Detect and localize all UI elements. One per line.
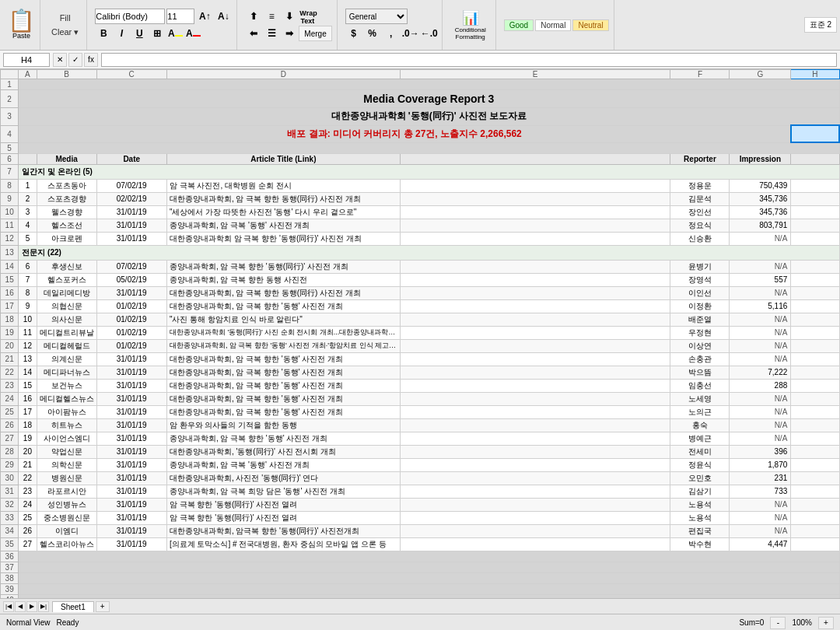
row-num[interactable]: 2: [19, 192, 37, 205]
empty-cell2[interactable]: [400, 260, 670, 273]
media-cell[interactable]: 스포츠경향: [37, 192, 96, 205]
table-row[interactable]: 11 4 헬스조선 31/01/19 종양내과학회, 암 극복 '동행' 사진전…: [1, 219, 840, 232]
extra-cell[interactable]: [791, 260, 839, 273]
sheet-tab-1[interactable]: Sheet1: [52, 601, 94, 612]
table-row[interactable]: 27 19 사이언스엠디 31/01/19 종양내과학회, 암 극복 향한 '동…: [1, 432, 840, 445]
row-num[interactable]: 6: [19, 260, 37, 273]
row-num[interactable]: 4: [19, 219, 37, 232]
empty-cell2[interactable]: [400, 192, 670, 205]
percent-button[interactable]: %: [364, 26, 381, 41]
table-row[interactable]: 9 2 스포츠경향 02/02/19 대한종양내과학회, 암 극복 향한 동행(…: [1, 192, 840, 205]
reporter-cell[interactable]: 신승환: [670, 232, 730, 245]
impression-cell[interactable]: 345,736: [730, 192, 791, 205]
table-row[interactable]: 23 15 보건뉴스 31/01/19 대한종양내과학회, 암 극복 향한 '동…: [1, 379, 840, 392]
media-cell[interactable]: 헬스조선: [37, 219, 96, 232]
date-cell[interactable]: 31/01/19: [96, 219, 166, 232]
row-num[interactable]: 5: [19, 232, 37, 245]
extra-cell[interactable]: [791, 179, 839, 192]
empty-cell2[interactable]: [400, 205, 670, 219]
decrease-decimal-button[interactable]: ←.0: [420, 26, 437, 41]
date-cell[interactable]: 31/01/19: [96, 232, 166, 245]
font-name-input[interactable]: [95, 9, 165, 24]
col-reporter-header[interactable]: [400, 153, 670, 164]
zoom-out-button[interactable]: -: [770, 617, 786, 629]
table-row[interactable]: 29 21 의학신문 31/01/19 종양내과학회, 암 극복 '동행' 사진…: [1, 458, 840, 471]
stats-cell[interactable]: 배포 결과: 미디어 커버리지 총 27건, 노출지수 2,266,562: [19, 125, 791, 142]
media-cell[interactable]: 후생신보: [37, 260, 96, 273]
main-title-cell[interactable]: Media Coverage Report 3: [19, 90, 839, 108]
col-date-header[interactable]: Date: [96, 153, 166, 164]
table-row[interactable]: 15 7 헬스포커스 05/02/19 종양내과학회, 암 극복 향한 동행 사…: [1, 273, 840, 286]
table-row[interactable]: 21 13 의계신문 31/01/19 대한종양내과학회, 암 극복 향한 '동…: [1, 352, 840, 366]
wrap-text-button[interactable]: Wrap Text: [299, 9, 316, 24]
article-cell[interactable]: 대한종양내과학회, 암 극복 향한 동행(同行) 사진전 개최: [166, 192, 400, 205]
extra-cell[interactable]: [791, 232, 839, 245]
sheet-nav-first[interactable]: |◀: [3, 601, 14, 612]
empty-cell2[interactable]: [400, 179, 670, 192]
media-cell[interactable]: 스포츠동아: [37, 179, 96, 192]
font-color-button[interactable]: A: [184, 26, 201, 41]
conditional-formatting-button[interactable]: 📊 Conditional Formatting: [450, 9, 491, 40]
table-row[interactable]: 25 17 아이팜뉴스 31/01/19 대한종양내과학회, 암 극복 향한 '…: [1, 405, 840, 418]
normal-view-label[interactable]: Normal View: [6, 618, 51, 627]
col-header-c[interactable]: C: [96, 70, 166, 79]
style-normal-button[interactable]: Normal: [535, 19, 571, 31]
confirm-formula-button[interactable]: ✓: [68, 53, 82, 67]
extra-cell[interactable]: [791, 219, 839, 232]
impression-cell[interactable]: N/A: [730, 260, 791, 273]
number-format-select[interactable]: General: [345, 9, 408, 24]
table-row[interactable]: 24 16 메디컬헬스뉴스 31/01/19 대한종양내과학회, 암 극복 향한…: [1, 392, 840, 405]
increase-font-button[interactable]: A↑: [196, 9, 213, 24]
empty-cell2[interactable]: [400, 219, 670, 232]
media-cell[interactable]: 아크로펜: [37, 232, 96, 245]
extra-cell[interactable]: [791, 192, 839, 205]
table-row[interactable]: 22 14 메디파너뉴스 31/01/19 대한종양내과학회, 암 극복 향한 …: [1, 366, 840, 379]
style-good-button[interactable]: Good: [504, 19, 534, 31]
table-row[interactable]: 14 6 후생신보 07/02/19 종양내과학회, 암 극복 향한 '동행(同…: [1, 260, 840, 273]
reporter-cell[interactable]: 장인선: [670, 205, 730, 219]
col-media-header[interactable]: Media: [37, 153, 96, 164]
table-row[interactable]: 8 1 스포츠동아 07/02/19 암 극복 사진전, 대학병원 순회 전시 …: [1, 179, 840, 192]
sheet-nav-next[interactable]: ▶: [26, 601, 37, 612]
align-right-button[interactable]: ➡: [281, 26, 298, 41]
fill-button[interactable]: Fill: [48, 12, 82, 24]
align-middle-button[interactable]: ≡: [263, 9, 280, 24]
table-row[interactable]: 20 12 메디컬헤럴드 01/02/19 대한종양내과학회, 암 극복 향한 …: [1, 339, 840, 352]
empty-cell2[interactable]: [400, 232, 670, 245]
table-row[interactable]: 35 27 헬스코리아뉴스 31/01/19 [의료계 토막소식] # 전국대병…: [1, 537, 840, 551]
article-cell[interactable]: 종양내과학회, 암 극복 향한 '동행(同行)' 사진전 개최: [166, 260, 400, 273]
add-sheet-button[interactable]: +: [96, 601, 110, 612]
media-cell[interactable]: 웰스경향: [37, 205, 96, 219]
insert-function-button[interactable]: fx: [84, 53, 98, 67]
underline-button[interactable]: U: [131, 26, 148, 41]
comma-button[interactable]: ,: [383, 26, 400, 41]
impression-cell[interactable]: 803,791: [730, 219, 791, 232]
currency-button[interactable]: $: [345, 26, 362, 41]
table-row[interactable]: 17 9 의협신문 01/02/19 대한종양내과학회, 암 극복 향한 '동행…: [1, 299, 840, 313]
reporter-cell[interactable]: 정용운: [670, 179, 730, 192]
table-row[interactable]: 28 20 약업신문 31/01/19 대한종양내과학회, '동행(同行)' 사…: [1, 445, 840, 458]
align-left-button[interactable]: ⬅: [245, 26, 262, 41]
merge-button[interactable]: Merge: [299, 26, 331, 41]
clear-button[interactable]: Clear ▾: [48, 26, 82, 39]
col-header-b[interactable]: B: [37, 70, 96, 79]
article-cell[interactable]: 암 극복 사진전, 대학병원 순회 전시: [166, 179, 400, 192]
align-bottom-button[interactable]: ⬇: [281, 9, 298, 24]
section2-label[interactable]: 전문지 (22): [19, 245, 839, 260]
increase-decimal-button[interactable]: .0→: [401, 26, 418, 41]
sheet-nav-last[interactable]: ▶|: [38, 601, 49, 612]
paste-button[interactable]: 📋 Paste: [8, 10, 35, 40]
article-cell[interactable]: "세상에서 가장 따뜻한 사진전 '동행' 다시 우리 곁으로": [166, 205, 400, 219]
empty-cell[interactable]: [19, 79, 839, 90]
date-cell[interactable]: 02/02/19: [96, 192, 166, 205]
selected-cell-h4[interactable]: [791, 125, 839, 142]
article-cell[interactable]: 종양내과학회, 암 극복 '동행' 사진전 개최: [166, 219, 400, 232]
impression-cell[interactable]: 345,736: [730, 205, 791, 219]
date-cell[interactable]: 07/02/19: [96, 260, 166, 273]
col-num-header[interactable]: [19, 153, 37, 164]
date-cell[interactable]: 31/01/19: [96, 205, 166, 219]
zoom-in-button[interactable]: +: [818, 617, 834, 629]
reporter-cell[interactable]: 김문석: [670, 192, 730, 205]
col-impression-header[interactable]: Impression: [730, 153, 791, 164]
col-extra-header[interactable]: [791, 153, 839, 164]
